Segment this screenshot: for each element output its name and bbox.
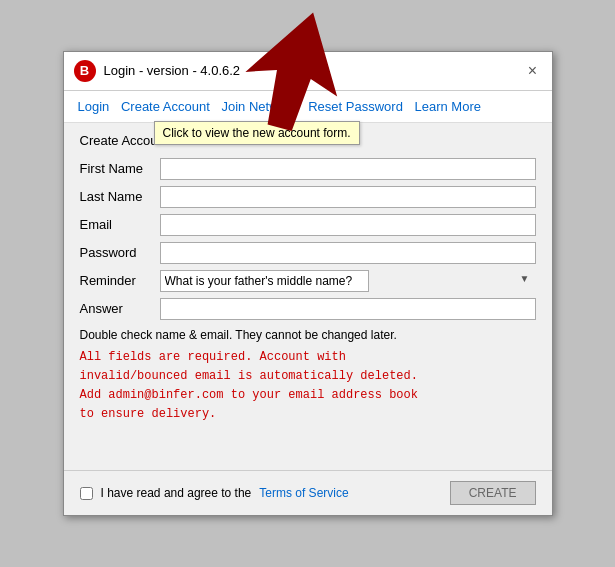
answer-input[interactable]: [160, 298, 536, 320]
first-name-row: First Name: [80, 158, 536, 180]
nav-learn-more[interactable]: Learn More: [411, 97, 485, 116]
nav-login[interactable]: Login: [74, 97, 114, 116]
nav-tooltip: Click to view the new account form.: [154, 121, 360, 145]
warning-line-2: invalid/bounced email is automatically d…: [80, 369, 418, 383]
tos-checkbox[interactable]: [80, 487, 93, 500]
reminder-label: Reminder: [80, 273, 160, 288]
last-name-input[interactable]: [160, 186, 536, 208]
main-window: B Login - version - 4.0.6.2 × Login Crea…: [63, 51, 553, 517]
window-title: Login - version - 4.0.6.2: [104, 63, 241, 78]
warning-text: All fields are required. Account with in…: [80, 348, 536, 425]
nav-bar: Login Create Account Join Network Reset …: [64, 91, 552, 123]
warning-line-4: to ensure delivery.: [80, 407, 217, 421]
password-row: Password: [80, 242, 536, 264]
close-button[interactable]: ×: [524, 62, 542, 80]
reminder-row: Reminder What is your father's middle na…: [80, 270, 536, 292]
tos-prefix: I have read and agree to the: [101, 486, 252, 500]
last-name-label: Last Name: [80, 189, 160, 204]
reminder-select-wrapper: What is your father's middle name? What …: [160, 270, 536, 292]
create-button[interactable]: CREATE: [450, 481, 536, 505]
warning-line-1: All fields are required. Account with: [80, 350, 346, 364]
warning-line-3: Add admin@binfer.com to your email addre…: [80, 388, 418, 402]
title-bar: B Login - version - 4.0.6.2 ×: [64, 52, 552, 91]
first-name-label: First Name: [80, 161, 160, 176]
nav-join-network[interactable]: Join Network: [217, 97, 300, 116]
password-label: Password: [80, 245, 160, 260]
last-name-row: Last Name: [80, 186, 536, 208]
footer: I have read and agree to the Terms of Se…: [64, 470, 552, 515]
answer-row: Answer: [80, 298, 536, 320]
tos-link[interactable]: Terms of Service: [259, 486, 348, 500]
answer-label: Answer: [80, 301, 160, 316]
email-label: Email: [80, 217, 160, 232]
password-input[interactable]: [160, 242, 536, 264]
spacer: [80, 434, 536, 454]
form-content: Create Account First Name Last Name Emai…: [64, 123, 552, 471]
nav-create-account[interactable]: Create Account: [117, 97, 214, 116]
nav-reset-password[interactable]: Reset Password: [304, 97, 407, 116]
email-input[interactable]: [160, 214, 536, 236]
app-logo: B: [74, 60, 96, 82]
email-row: Email: [80, 214, 536, 236]
double-check-notice: Double check name & email. They cannot b…: [80, 328, 536, 342]
first-name-input[interactable]: [160, 158, 536, 180]
title-bar-left: B Login - version - 4.0.6.2: [74, 60, 241, 82]
reminder-select[interactable]: What is your father's middle name? What …: [160, 270, 369, 292]
logo-letter: B: [80, 63, 89, 78]
